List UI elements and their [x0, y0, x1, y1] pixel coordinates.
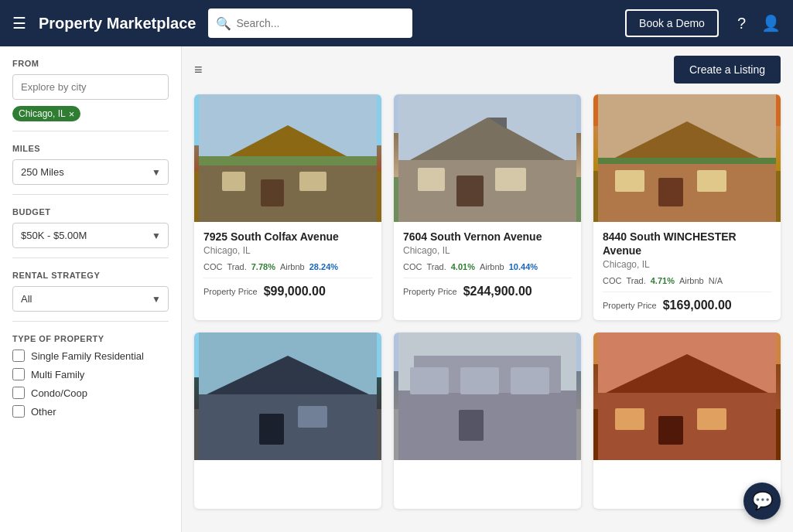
- svg-rect-32: [511, 367, 549, 394]
- rental-strategy-label: RENTAL STRATEGY: [12, 271, 169, 280]
- trad-value-2: 4.01%: [451, 262, 475, 271]
- price-value-1: $99,000.00: [264, 285, 326, 298]
- checkbox-other-input[interactable]: [12, 405, 25, 418]
- property-name-5: [403, 468, 572, 482]
- svg-rect-4: [299, 172, 326, 191]
- hamburger-icon[interactable]: ☰: [12, 14, 26, 32]
- rental-strategy-select[interactable]: All Traditional Airbnb: [12, 286, 169, 312]
- checkbox-sfr-input[interactable]: [12, 350, 25, 362]
- checkbox-condo-label: Condo/Coop: [31, 387, 87, 399]
- budget-select[interactable]: $50K - $5.00M $50K - $100K $100K - $250K…: [12, 223, 169, 248]
- svg-rect-25: [298, 406, 327, 428]
- trad-label-3: Trad.: [626, 276, 645, 285]
- svg-rect-24: [259, 414, 284, 445]
- property-type-label: TYPE OF PROPERTY: [12, 334, 169, 343]
- price-value-3: $169,000.00: [663, 298, 732, 312]
- property-body-1: 7925 South Colfax Avenue Chicago, IL COC…: [194, 222, 381, 306]
- property-card-5[interactable]: [394, 332, 581, 508]
- city-input[interactable]: [12, 74, 169, 100]
- airbnb-value-1: 28.24%: [309, 262, 338, 271]
- property-card-3[interactable]: 8440 South WINCHESTER Avenue Chicago, IL…: [593, 94, 781, 320]
- checkbox-multifamily-label: Multi Family: [31, 369, 84, 380]
- price-label-2: Property Price: [403, 287, 457, 296]
- coc-label-2: COC: [403, 262, 422, 271]
- svg-rect-27: [398, 390, 576, 460]
- airbnb-label-1: Airbnb: [280, 262, 305, 271]
- miles-label: MILES: [12, 144, 169, 153]
- divider-3: [12, 257, 169, 258]
- coc-label-3: COC: [603, 276, 621, 285]
- svg-rect-10: [456, 176, 484, 206]
- checkbox-multifamily-input[interactable]: [12, 368, 25, 380]
- property-image-1: [194, 94, 381, 222]
- chat-bubble-button[interactable]: 💬: [743, 483, 781, 520]
- property-body-4: [194, 460, 381, 508]
- property-card-1[interactable]: 7925 South Colfax Avenue Chicago, IL COC…: [194, 94, 381, 320]
- svg-rect-19: [615, 170, 644, 192]
- property-card-2[interactable]: 7604 South Vernon Avenue Chicago, IL COC…: [394, 94, 581, 320]
- property-type-group: Single Family Residential Multi Family C…: [12, 350, 169, 418]
- divider-1: [12, 131, 169, 131]
- miles-select[interactable]: 250 Miles 10 Miles 25 Miles 50 Miles 100…: [12, 159, 169, 185]
- search-input[interactable]: [236, 17, 404, 29]
- property-card-4[interactable]: [194, 332, 381, 508]
- property-name-4: [203, 468, 372, 482]
- svg-rect-22: [199, 394, 377, 460]
- property-name-6: [603, 468, 771, 482]
- from-label: FROM: [12, 59, 169, 68]
- content-area: ≡ Create a Listing: [182, 46, 793, 532]
- filter-icon[interactable]: ≡: [194, 62, 203, 78]
- checkbox-other-label: Other: [31, 406, 56, 418]
- svg-rect-18: [697, 170, 726, 192]
- svg-rect-31: [460, 367, 499, 394]
- city-chip[interactable]: Chicago, IL ×: [12, 106, 80, 121]
- search-bar: 🔍: [208, 9, 412, 38]
- svg-rect-5: [222, 172, 245, 191]
- svg-rect-38: [615, 408, 644, 430]
- app-title: Property Marketplace: [39, 15, 196, 32]
- divider-4: [12, 321, 169, 322]
- property-image-6: [593, 332, 781, 460]
- app-header: ☰ Property Marketplace 🔍 Book a Demo ? 👤: [0, 0, 793, 46]
- property-image-4: [194, 332, 381, 460]
- budget-select-wrapper: $50K - $5.00M $50K - $100K $100K - $250K…: [12, 223, 169, 248]
- help-icon[interactable]: ?: [737, 15, 746, 32]
- property-name-1: 7925 South Colfax Avenue: [203, 230, 372, 244]
- svg-rect-12: [418, 168, 445, 191]
- property-body-3: 8440 South WINCHESTER Avenue Chicago, IL…: [593, 222, 781, 320]
- content-header: ≡ Create a Listing: [194, 56, 781, 84]
- chip-container: Chicago, IL ×: [12, 106, 169, 121]
- checkbox-sfr-label: Single Family Residential: [31, 350, 144, 362]
- trad-label-1: Trad.: [227, 262, 246, 271]
- svg-rect-17: [658, 178, 683, 206]
- property-image-5: [394, 332, 581, 460]
- main-layout: FROM Chicago, IL × MILES 250 Miles 10 Mi…: [0, 46, 793, 532]
- property-image-3: [593, 94, 781, 222]
- svg-rect-6: [199, 156, 377, 165]
- property-card-6[interactable]: [593, 332, 781, 508]
- checkbox-multifamily[interactable]: Multi Family: [12, 368, 169, 380]
- book-demo-button[interactable]: Book a Demo: [625, 9, 719, 37]
- create-listing-button[interactable]: Create a Listing: [674, 56, 781, 84]
- property-stats-2: COC Trad. 4.01% Airbnb 10.44%: [403, 262, 572, 271]
- checkbox-sfr[interactable]: Single Family Residential: [12, 350, 169, 362]
- chip-close-icon[interactable]: ×: [69, 109, 75, 119]
- divider-2: [12, 194, 169, 195]
- checkbox-condo[interactable]: Condo/Coop: [12, 387, 169, 399]
- chip-label: Chicago, IL: [19, 108, 66, 119]
- user-icon[interactable]: 👤: [761, 14, 781, 32]
- property-image-2: [394, 94, 581, 222]
- airbnb-label-2: Airbnb: [480, 262, 504, 271]
- airbnb-value-2: 10.44%: [509, 262, 538, 271]
- trad-value-3: 4.71%: [651, 276, 675, 285]
- svg-rect-36: [658, 416, 683, 445]
- checkbox-condo-input[interactable]: [12, 387, 25, 399]
- trad-value-1: 7.78%: [251, 262, 275, 271]
- svg-rect-20: [598, 158, 776, 164]
- property-price-row-3: Property Price $169,000.00: [603, 292, 771, 312]
- price-label-3: Property Price: [603, 301, 657, 310]
- property-location-5: [403, 484, 572, 495]
- property-location-2: Chicago, IL: [403, 245, 572, 256]
- svg-rect-30: [410, 367, 449, 394]
- checkbox-other[interactable]: Other: [12, 405, 169, 418]
